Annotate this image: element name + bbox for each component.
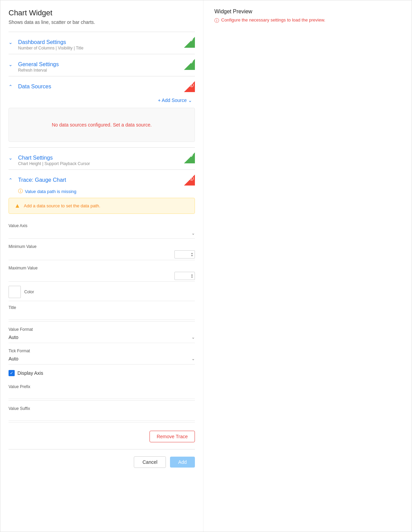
chart-settings-subtitle: Chart Height | Support Playback Cursor	[18, 161, 195, 169]
trace-badge-icon: ⓘ	[189, 176, 194, 182]
dashboard-settings-title: Dashboard Settings	[18, 39, 66, 45]
maximum-value-field: Maximum Value ▲ ▼	[9, 262, 195, 282]
value-axis-label: Value Axis	[9, 223, 195, 228]
tick-format-chevron-icon: ⌄	[191, 356, 195, 361]
data-sources-header[interactable]: ⌃ Data Sources ⓘ	[9, 76, 195, 93]
value-prefix-input[interactable]	[9, 390, 195, 399]
value-suffix-field: Value Suffix	[9, 402, 195, 423]
tick-format-select-row[interactable]: Auto ⌄	[9, 355, 195, 363]
add-source-label: + Add Source	[158, 98, 187, 103]
display-axis-checkbox[interactable]: ✓	[9, 370, 15, 376]
title-field-label: Title	[9, 305, 195, 310]
remove-trace-button[interactable]: Remove Trace	[150, 431, 195, 442]
trace-header-left: ⌃ Trace: Gauge Chart	[9, 177, 66, 183]
add-button[interactable]: Add	[170, 457, 195, 468]
value-axis-chevron-icon: ⌄	[191, 231, 195, 236]
dashboard-chevron-icon: ⌄	[9, 40, 15, 45]
chart-status-badge: ✓	[184, 152, 195, 163]
minimum-value-input[interactable]: ▲ ▼	[174, 250, 195, 258]
trace-warning-box: ▲ Add a data source to set the data path…	[9, 198, 195, 214]
data-sources-header-left: ⌃ Data Sources	[9, 84, 51, 90]
dashboard-settings-header-left: ⌄ Dashboard Settings	[9, 39, 66, 45]
add-source-dropdown-icon: ⌄	[188, 98, 192, 103]
data-sources-badge-icon: ⓘ	[189, 83, 194, 88]
dashboard-status-badge: ✓	[184, 37, 195, 48]
value-suffix-input[interactable]	[9, 412, 195, 421]
general-badge-icon: ✓	[190, 60, 194, 65]
trace-header[interactable]: ⌃ Trace: Gauge Chart ⓘ	[9, 169, 195, 187]
maximum-value-input[interactable]: ▲ ▼	[174, 272, 195, 280]
remove-trace-row: Remove Trace	[9, 424, 195, 449]
chart-settings-header-left: ⌄ Chart Settings	[9, 155, 53, 161]
trace-title: Trace: Gauge Chart	[18, 177, 66, 183]
preview-error-icon: ⓘ	[214, 18, 219, 24]
value-format-value: Auto	[9, 335, 18, 340]
trace-section: ⌃ Trace: Gauge Chart ⓘ ⓘ Value data path…	[9, 169, 195, 449]
general-settings-title: General Settings	[18, 61, 59, 68]
general-chevron-icon: ⌄	[9, 62, 15, 67]
minimum-value-field: Minimum Value ▲ ▼	[9, 240, 195, 260]
trace-warning-icon: ▲	[14, 202, 20, 209]
chart-badge-icon: ✓	[190, 154, 194, 158]
page-subtitle: Shows data as line, scatter or bar chart…	[9, 19, 195, 25]
add-source-row: + Add Source ⌄	[9, 93, 195, 108]
title-field: Title	[9, 301, 195, 322]
add-source-button[interactable]: + Add Source ⌄	[155, 96, 195, 104]
maximum-value-spinner-icon[interactable]: ▲ ▼	[191, 274, 193, 278]
value-axis-field: Value Axis ⌄	[9, 219, 195, 239]
color-label: Color	[24, 290, 34, 294]
value-axis-select-row[interactable]: ⌄	[9, 230, 195, 237]
value-suffix-label: Value Suffix	[9, 406, 195, 411]
value-format-field: Value Format Auto ⌄	[9, 323, 195, 343]
general-settings-section: ⌄ General Settings ✓ Refresh Interval	[9, 54, 195, 76]
trace-chevron-icon: ⌃	[9, 177, 15, 183]
value-format-chevron-icon: ⌄	[191, 335, 195, 340]
footer-row: Cancel Add	[9, 449, 195, 475]
general-settings-subtitle: Refresh Interval	[18, 68, 195, 76]
general-settings-header-left: ⌄ General Settings	[9, 61, 59, 68]
preview-title: Widget Preview	[214, 9, 401, 15]
chart-settings-chevron-icon: ⌄	[9, 155, 15, 161]
trace-error-text: Value data path is missing	[25, 189, 76, 194]
chart-settings-title: Chart Settings	[18, 155, 53, 161]
general-status-badge: ✓	[184, 59, 195, 70]
preview-error-text: Configure the necessary settings to load…	[221, 17, 325, 23]
color-swatch[interactable]	[9, 286, 21, 298]
trace-error-info-icon: ⓘ	[18, 188, 23, 194]
data-sources-title: Data Sources	[18, 84, 51, 90]
page-title: Chart Widget	[9, 9, 195, 17]
data-sources-content: + Add Source ⌄ No data sources configure…	[9, 93, 195, 142]
dashboard-settings-subtitle: Number of Columns | Visibility | Title	[18, 46, 195, 54]
trace-error-row: ⓘ Value data path is missing	[18, 188, 195, 194]
minimum-value-spinner-icon[interactable]: ▲ ▼	[191, 252, 193, 257]
value-prefix-field: Value Prefix	[9, 380, 195, 401]
data-sources-status-badge: ⓘ	[184, 81, 195, 92]
value-prefix-label: Value Prefix	[9, 384, 195, 389]
minimum-value-label: Minimum Value	[9, 244, 195, 249]
data-sources-chevron-icon: ⌃	[9, 84, 15, 89]
value-format-label: Value Format	[9, 327, 195, 332]
data-sources-section: ⌃ Data Sources ⓘ + Add Source ⌄ No dat	[9, 76, 195, 142]
preview-error-row: ⓘ Configure the necessary settings to lo…	[214, 17, 401, 24]
tick-format-field: Tick Format Auto ⌄	[9, 344, 195, 365]
dashboard-settings-section: ⌄ Dashboard Settings ✓ Number of Columns…	[9, 32, 195, 54]
color-field: Color	[9, 283, 195, 301]
display-axis-row: ✓ Display Axis	[9, 366, 195, 380]
chart-settings-section: ⌄ Chart Settings ✓ Chart Height | Suppor…	[9, 147, 195, 169]
no-data-text: No data sources configured. Set a data s…	[52, 122, 152, 128]
no-data-sources-box: No data sources configured. Set a data s…	[9, 108, 195, 142]
cancel-button[interactable]: Cancel	[134, 456, 166, 468]
maximum-value-label: Maximum Value	[9, 266, 195, 270]
minimum-value-input-row: ▲ ▼	[9, 250, 195, 258]
trace-warning-text: Add a data source to set the data path.	[24, 203, 100, 208]
trace-status-badge: ⓘ	[184, 175, 195, 186]
title-input[interactable]	[9, 311, 195, 320]
maximum-value-input-row: ▲ ▼	[9, 272, 195, 280]
dashboard-badge-icon: ✓	[190, 38, 194, 43]
display-axis-label: Display Axis	[17, 370, 43, 376]
tick-format-value: Auto	[9, 356, 18, 361]
right-panel: Widget Preview ⓘ Configure the necessary…	[203, 0, 412, 532]
value-format-select-row[interactable]: Auto ⌄	[9, 333, 195, 341]
tick-format-label: Tick Format	[9, 349, 195, 353]
